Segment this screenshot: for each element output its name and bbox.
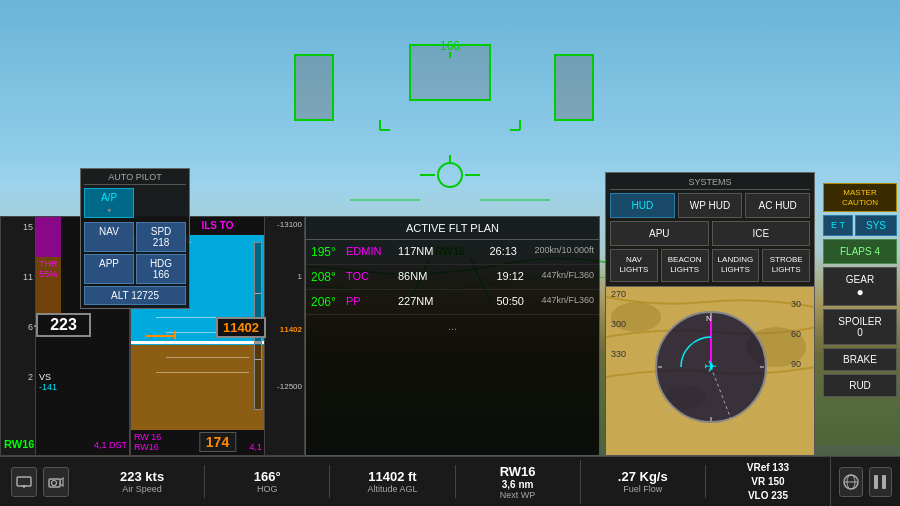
speed-scale: 15 11 6 2 — [1, 217, 36, 455]
nav-lights-button[interactable]: NAVLIGHTS — [610, 249, 658, 282]
flaps-button[interactable]: FLAPS 4 — [823, 239, 897, 264]
rud-button[interactable]: RUD — [823, 374, 897, 397]
attitude-horizon — [131, 341, 264, 344]
globe-icon[interactable] — [839, 467, 863, 497]
wp-hud-button[interactable]: WP HUD — [678, 193, 743, 218]
flight-plan-panel: ACTIVE FLT PLAN 195° EDMIN 117NM 26:13 2… — [305, 216, 600, 456]
svg-point-43 — [52, 480, 57, 485]
camera-icon[interactable] — [43, 467, 69, 497]
hdg-button[interactable]: HDG166 — [136, 254, 186, 284]
aircraft-body — [174, 331, 176, 339]
next-wp-stat: RW16 3,6 nm Next WP — [456, 460, 581, 504]
speed-dist-label: 4,1 DST — [94, 440, 127, 450]
altitude-stat: 11402 ft Altitude AGL — [330, 465, 455, 498]
brake-button[interactable]: BRAKE — [823, 348, 897, 371]
alt-scale: -13100 1 11402 -12500 — [264, 217, 304, 455]
ap-button[interactable]: A/P● — [84, 188, 134, 218]
hud-button[interactable]: HUD — [610, 193, 675, 218]
speed-rwy-label: RW16 — [4, 438, 34, 450]
systems-title: SYSTEMS — [610, 177, 810, 190]
airspeed-stat: 223 kts Air Speed — [80, 465, 205, 498]
spd-button[interactable]: SPD218 — [136, 222, 186, 252]
vs-label: VS-141 — [39, 372, 57, 392]
strobe-lights-button[interactable]: STROBELIGHTS — [762, 249, 810, 282]
pitch-line-4 — [156, 372, 249, 373]
att-hdg-display: 174 — [199, 432, 236, 452]
wing-left — [146, 335, 176, 337]
master-caution-button[interactable]: MASTERCAUTION — [823, 183, 897, 212]
bottom-bar: 223 kts Air Speed 166° HOG 11402 ft Alti… — [0, 456, 900, 506]
svg-text:60: 60 — [791, 329, 801, 339]
systems-panel: SYSTEMS HUD WP HUD AC HUD APU ICE NAVLIG… — [605, 172, 815, 287]
flt-plan-dots: ... — [306, 315, 599, 337]
svg-text:330: 330 — [611, 349, 626, 359]
flt-plan-row-2: 208° TOC 86NM 19:12 447kn/FL360 — [306, 265, 599, 290]
alt-button[interactable]: ALT 12725 — [84, 286, 186, 305]
bottom-right-icons — [830, 457, 900, 506]
systems-row-3: NAVLIGHTS BEACONLIGHTS LANDINGLIGHTS STR… — [610, 249, 810, 282]
systems-row-1: HUD WP HUD AC HUD — [610, 193, 810, 218]
app-button[interactable]: APP — [84, 254, 134, 284]
svg-text:300: 300 — [611, 319, 626, 329]
systems-row-2: APU ICE — [610, 221, 810, 246]
svg-text:270: 270 — [611, 289, 626, 299]
flt-plan-title: ACTIVE FLT PLAN — [306, 217, 599, 240]
vref-stat: VRef 133VR 150VLO 235 — [706, 457, 830, 507]
et-sys-group: E T SYS — [823, 215, 897, 236]
autopilot-title: AUTO PILOT — [84, 172, 186, 185]
svg-text:✈: ✈ — [704, 358, 717, 375]
svg-text:N: N — [706, 314, 712, 323]
pause-icon[interactable] — [869, 467, 893, 497]
alt-current-display: 11402 — [216, 317, 266, 338]
speed-pink-band — [36, 217, 61, 257]
pitch-line-3 — [166, 357, 249, 358]
sys-button[interactable]: SYS — [855, 215, 897, 236]
fuel-stat: .27 Kg/s Fuel Flow — [581, 465, 706, 498]
flt-plan-row-1: 195° EDMIN 117NM 26:13 200kn/10.000ft — [306, 240, 599, 265]
thr-label: THR55% — [39, 259, 58, 279]
heading-stat: 166° HOG — [205, 465, 330, 498]
svg-rect-48 — [882, 475, 886, 489]
svg-text:90: 90 — [791, 359, 801, 369]
autopilot-panel: AUTO PILOT A/P● NAV SPD218 APP HDG166 AL… — [80, 168, 190, 309]
att-dist-label: 4,1 — [249, 442, 262, 452]
svg-rect-39 — [17, 477, 31, 486]
gear-button[interactable]: GEAR● — [823, 267, 897, 306]
speed-current-display: 223 — [36, 313, 91, 337]
flt-plan-row-3: 206° PP 227NM 50:50 447kn/FL360 — [306, 290, 599, 315]
ice-button[interactable]: ICE — [712, 221, 811, 246]
bottom-left-icons — [0, 467, 80, 497]
beacon-lights-button[interactable]: BEACONLIGHTS — [661, 249, 709, 282]
nav-button[interactable]: NAV — [84, 222, 134, 252]
right-panel: MASTERCAUTION E T SYS FLAPS 4 GEAR● SPOI… — [820, 180, 900, 400]
landing-lights-button[interactable]: LANDINGLIGHTS — [712, 249, 760, 282]
et-button[interactable]: E T — [823, 215, 853, 236]
svg-text:30: 30 — [791, 299, 801, 309]
apu-button[interactable]: APU — [610, 221, 709, 246]
svg-rect-47 — [874, 475, 878, 489]
ac-hud-button[interactable]: AC HUD — [745, 193, 810, 218]
spoiler-button[interactable]: SPOILER0 — [823, 309, 897, 345]
screen-icon[interactable] — [11, 467, 37, 497]
att-rwy-label: RW 16RW16 — [134, 432, 161, 452]
